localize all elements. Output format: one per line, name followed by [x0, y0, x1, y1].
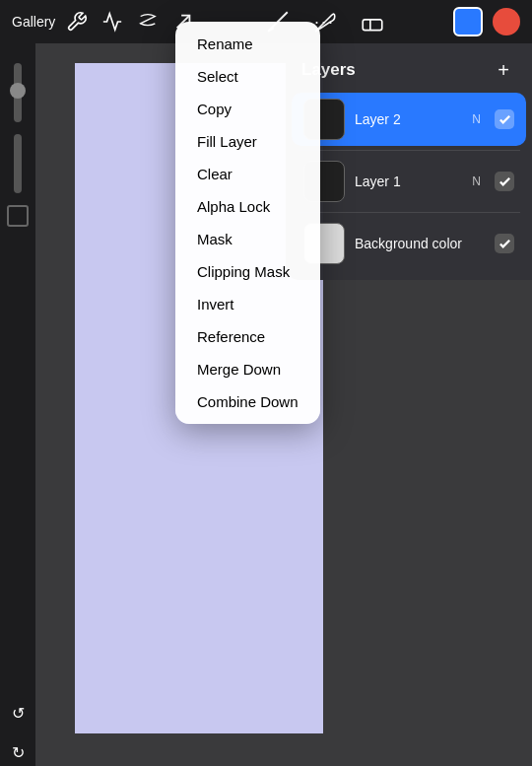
- menu-item-copy[interactable]: Copy: [175, 93, 320, 125]
- layer-name-background: Background color: [355, 236, 485, 251]
- layers-button[interactable]: [453, 7, 483, 36]
- layers-header: Layers +: [286, 43, 532, 93]
- layer-separator-1: [298, 150, 520, 151]
- undo-button[interactable]: ↺: [4, 699, 32, 727]
- brush-size-thumb: [10, 83, 26, 99]
- layer-blend-1: N: [472, 174, 481, 188]
- redo-button[interactable]: ↻: [4, 738, 32, 766]
- menu-item-clear[interactable]: Clear: [175, 158, 320, 190]
- gallery-button[interactable]: Gallery: [12, 14, 55, 30]
- layer-blend-2: N: [472, 112, 481, 126]
- menu-item-rename[interactable]: Rename: [175, 28, 320, 60]
- adjustments-icon[interactable]: [99, 8, 126, 35]
- menu-item-clipping-mask[interactable]: Clipping Mask: [175, 255, 320, 288]
- opacity-slider[interactable]: [14, 134, 22, 193]
- s-icon[interactable]: [134, 8, 162, 35]
- menu-item-mask[interactable]: Mask: [175, 223, 320, 255]
- layer-item-1[interactable]: Layer 1 N: [292, 155, 526, 208]
- color-picker[interactable]: [493, 8, 520, 35]
- wrench-icon[interactable]: [63, 8, 91, 35]
- svg-rect-3: [363, 20, 382, 31]
- brush-size-slider[interactable]: [14, 63, 22, 122]
- layer-visibility-background[interactable]: [495, 234, 514, 253]
- layer-visibility-2[interactable]: [495, 109, 514, 129]
- layer-name-2: Layer 2: [355, 111, 462, 127]
- menu-item-invert[interactable]: Invert: [175, 288, 320, 320]
- context-menu: Rename Select Copy Fill Layer Clear Alph…: [175, 22, 320, 424]
- layers-panel: Layers + Layer 2 N Layer 1 N Background …: [286, 43, 532, 280]
- menu-item-combine-down[interactable]: Combine Down: [175, 385, 320, 418]
- layer-item-2[interactable]: Layer 2 N: [292, 93, 526, 146]
- menu-item-merge-down[interactable]: Merge Down: [175, 353, 320, 385]
- toolbar-right: [453, 7, 520, 36]
- layer-item-background[interactable]: Background color: [292, 217, 526, 270]
- menu-item-fill-layer[interactable]: Fill Layer: [175, 125, 320, 158]
- transform-icon[interactable]: [7, 205, 29, 227]
- layer-name-1: Layer 1: [355, 174, 462, 189]
- layer-visibility-1[interactable]: [495, 172, 514, 191]
- toolbar-left: Gallery: [12, 8, 197, 35]
- menu-item-reference[interactable]: Reference: [175, 320, 320, 353]
- left-sidebar: ↺ ↻: [0, 43, 35, 766]
- add-layer-button[interactable]: +: [491, 57, 516, 83]
- eraser-icon[interactable]: [357, 6, 388, 37]
- layer-separator-2: [298, 212, 520, 213]
- menu-item-alpha-lock[interactable]: Alpha Lock: [175, 190, 320, 223]
- menu-item-select[interactable]: Select: [175, 60, 320, 93]
